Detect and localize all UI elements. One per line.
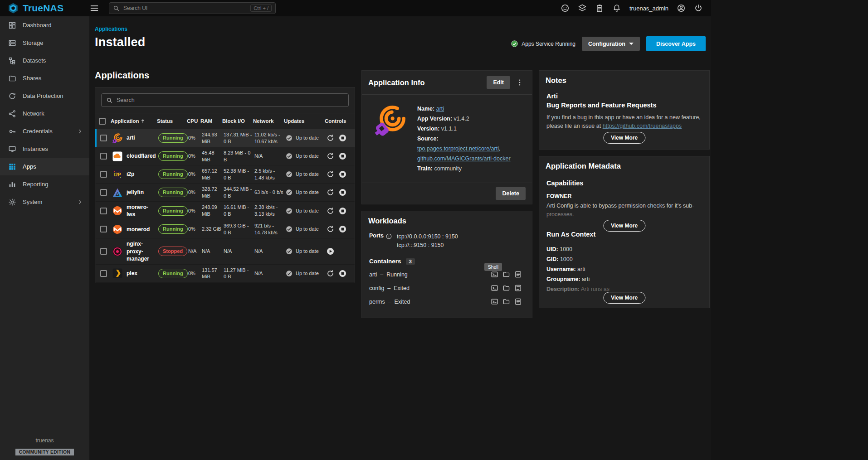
stop-app-button[interactable] (338, 225, 347, 233)
menu-toggle-button[interactable] (88, 2, 101, 15)
table-row-i2p[interactable]: I2Pi2p Running 0% 657.12 MiB 52.38 MiB -… (95, 165, 355, 184)
column-header-ram[interactable]: RAM (200, 118, 222, 124)
network-value: 2.38 kb/s - 3.13 kb/s (254, 204, 285, 218)
container-logs-button[interactable] (514, 298, 522, 305)
table-row-monero-lws[interactable]: monero-lws Running 0% 248.09 MiB 16.61 M… (95, 202, 355, 220)
stop-app-button[interactable] (338, 152, 347, 160)
stop-app-button[interactable] (338, 188, 347, 197)
container-volumes-button[interactable] (502, 284, 510, 292)
sidebar-item-reporting[interactable]: Reporting (0, 175, 89, 193)
table-row-nginx-proxy-manager[interactable]: nginx-proxy-manager Stopped N/A N/A N/A … (95, 238, 355, 265)
container-shell-button[interactable] (491, 298, 498, 305)
restart-app-button[interactable] (326, 207, 335, 215)
capabilities-view-more-button[interactable]: View More (603, 220, 645, 232)
row-checkbox[interactable] (100, 153, 107, 160)
ram-value: 131.57 MiB (202, 267, 224, 281)
table-row-jellyfin[interactable]: jellyfin Running 0% 328.72 MiB 344.52 Mi… (95, 184, 355, 202)
user-menu-button[interactable] (675, 2, 688, 15)
power-button[interactable] (692, 2, 705, 15)
restart-app-button[interactable] (326, 225, 335, 233)
shell-tooltip: Shell (484, 263, 502, 271)
sidebar-item-network[interactable]: Network (0, 105, 89, 122)
gid-value: 1000 (560, 256, 573, 262)
user-icon (677, 4, 686, 13)
delete-app-button[interactable]: Delete (496, 187, 526, 200)
alerts-button[interactable] (610, 2, 623, 15)
start-app-button[interactable] (326, 247, 335, 256)
edit-app-button[interactable]: Edit (487, 76, 510, 89)
sidebar-item-apps[interactable]: Apps (0, 158, 89, 175)
stop-app-button[interactable] (338, 134, 347, 142)
row-checkbox[interactable] (100, 189, 107, 196)
row-checkbox[interactable] (100, 248, 107, 255)
restart-app-button[interactable] (326, 170, 335, 179)
container-logs-button[interactable] (514, 271, 522, 278)
apps-grid-icon (8, 163, 16, 171)
restart-app-button[interactable] (326, 269, 335, 278)
blockio-value: 344.52 MiB - 0 B (224, 186, 254, 199)
container-volumes-button[interactable] (502, 298, 510, 305)
sidebar-item-dashboard[interactable]: Dashboard (0, 16, 89, 34)
configuration-button[interactable]: Configuration (582, 37, 640, 51)
stop-app-button[interactable] (338, 207, 347, 215)
source-link-torproject[interactable]: tpo.pages.torproject.net/core/arti (417, 145, 499, 152)
discover-apps-button[interactable]: Discover Apps (646, 36, 706, 51)
select-all-checkbox[interactable] (99, 118, 106, 125)
row-checkbox[interactable] (100, 208, 107, 214)
sidebar-item-data-protection[interactable]: Data Protection (0, 87, 89, 105)
container-shell-button[interactable] (491, 271, 498, 278)
row-checkbox[interactable] (100, 226, 107, 232)
container-shell-button[interactable] (491, 284, 498, 292)
global-search[interactable]: Ctrl + / (109, 2, 276, 14)
sidebar-item-storage[interactable]: Storage (0, 34, 89, 52)
column-header-cpu[interactable]: CPU (187, 118, 200, 124)
app-info-menu-button[interactable] (514, 77, 526, 88)
app-name-link[interactable]: arti (436, 106, 444, 112)
updates-label: Up to date (296, 189, 319, 196)
sidebar-item-datasets[interactable]: Datasets (0, 52, 89, 69)
notes-view-more-button[interactable]: View More (603, 132, 645, 144)
issue-url-link[interactable]: https://github.com/truenas/apps (603, 123, 682, 129)
row-checkbox[interactable] (100, 171, 107, 178)
cpu-value: 0% (188, 226, 202, 232)
column-header-blockio[interactable]: Block I/O (222, 118, 253, 124)
container-logs-button[interactable] (514, 284, 522, 292)
feedback-button[interactable] (559, 2, 571, 15)
container-volumes-button[interactable] (502, 271, 510, 278)
breadcrumb-applications[interactable]: Applications (95, 26, 127, 32)
source-link-github[interactable]: github.com/MAGICGrants/arti-docker (417, 155, 511, 162)
sidebar-item-credentials[interactable]: Credentials (0, 122, 89, 140)
restart-app-button[interactable] (326, 152, 335, 160)
table-row-cloudflared[interactable]: cloudflared Running 0% 45.48 MiB 8.23 Mi… (95, 147, 355, 165)
stop-app-button[interactable] (338, 170, 347, 179)
table-row-arti[interactable]: arti Running 0% 244.93 MiB 137.31 MiB - … (95, 129, 355, 147)
row-checkbox[interactable] (100, 135, 107, 141)
table-row-plex[interactable]: plex Running 0% 131.57 MiB 11.27 MiB - 0… (95, 265, 355, 283)
column-header-network[interactable]: Network (253, 118, 284, 124)
column-header-updates[interactable]: Updates (284, 118, 325, 124)
column-header-application[interactable]: Application (111, 118, 157, 124)
sidebar-item-instances[interactable]: Instances (0, 140, 89, 158)
sidebar-item-shares[interactable]: Shares (0, 69, 89, 87)
global-search-input[interactable] (123, 5, 247, 11)
jobs-button[interactable] (593, 2, 606, 15)
restart-icon (326, 134, 335, 142)
stop-app-button[interactable] (338, 269, 347, 278)
restart-app-button[interactable] (326, 188, 335, 197)
stop-icon (338, 225, 347, 233)
run-as-view-more-button[interactable]: View More (603, 292, 645, 304)
sidebar-item-label: Network (23, 110, 44, 117)
notes-card: Notes Arti Bug Reports and Feature Reque… (539, 70, 710, 150)
restart-app-button[interactable] (326, 134, 335, 142)
truenas-logo[interactable]: TrueNAS (7, 2, 80, 14)
sidebar-item-system[interactable]: System (0, 193, 89, 211)
column-header-status[interactable]: Status (157, 118, 187, 124)
blockio-value: 137.31 MiB - 0 B (224, 131, 254, 145)
apps-search[interactable] (101, 93, 349, 107)
checkup-button[interactable] (576, 2, 589, 15)
table-row-monerod[interactable]: monerod Running 0% 2.32 GiB 369.3 GiB - … (95, 220, 355, 238)
sidebar-item-label: Shares (23, 75, 41, 82)
apps-search-input[interactable] (117, 97, 344, 103)
info-icon[interactable] (385, 233, 392, 240)
row-checkbox[interactable] (100, 270, 107, 277)
